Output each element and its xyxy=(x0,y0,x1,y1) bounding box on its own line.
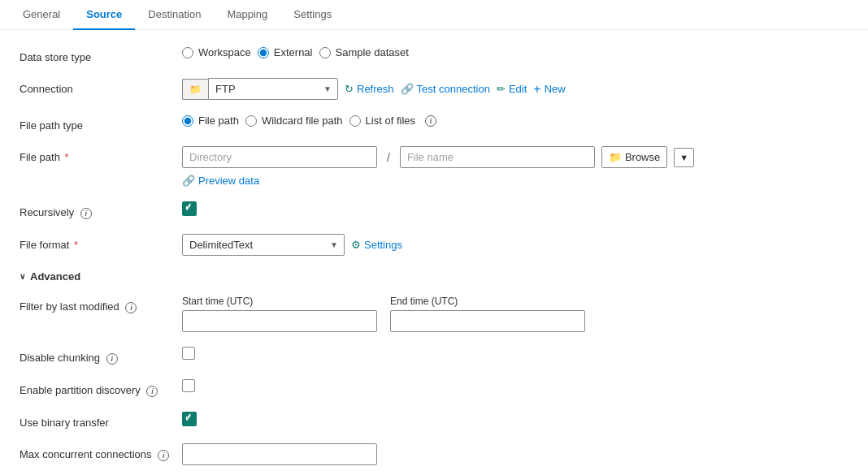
disable-chunking-info-icon[interactable]: i xyxy=(106,353,118,365)
tab-general[interactable]: General xyxy=(10,0,73,30)
max-connections-input[interactable] xyxy=(182,443,377,465)
end-time-label: End time (UTC) xyxy=(390,296,585,307)
max-connections-info-icon[interactable]: i xyxy=(158,450,169,461)
settings-button[interactable]: ⚙ Settings xyxy=(351,239,402,251)
test-connection-label: Test connection xyxy=(417,83,490,95)
radio-filepath[interactable]: File path xyxy=(182,114,239,127)
file-path-type-info-icon[interactable]: i xyxy=(425,115,436,127)
file-format-required: * xyxy=(71,239,78,251)
advanced-chevron-icon: ∨ xyxy=(20,272,25,281)
folder-icon: 📁 xyxy=(189,84,202,95)
file-format-label: File format * xyxy=(20,234,182,251)
tab-mapping[interactable]: Mapping xyxy=(214,0,280,30)
connection-dropdown[interactable]: FTP xyxy=(208,78,338,100)
connection-row: Connection 📁 FTP ▼ ↻ Refresh 🔗 Test conn… xyxy=(20,78,712,100)
advanced-section-header[interactable]: ∨ Advanced xyxy=(20,270,712,283)
start-time-input[interactable] xyxy=(182,310,377,332)
enable-partition-controls xyxy=(182,379,712,392)
file-path-type-label: File path type xyxy=(20,114,182,132)
refresh-button[interactable]: ↻ Refresh xyxy=(345,83,394,95)
radio-list-label: List of files xyxy=(366,114,415,127)
radio-wildcard-input[interactable] xyxy=(245,115,257,127)
recursively-checkbox-wrapper: ✓ xyxy=(182,201,197,216)
enable-partition-label: Enable partition discovery i xyxy=(20,379,182,397)
chevron-down-browse-icon: ▼ xyxy=(679,153,688,162)
filter-last-modified-row: Filter by last modified i Start time (UT… xyxy=(20,296,712,332)
radio-workspace-label: Workspace xyxy=(198,46,251,58)
file-format-controls: DelimitedText ▼ ⚙ Settings xyxy=(182,234,712,256)
disable-chunking-checkbox[interactable] xyxy=(182,347,195,360)
edit-label: Edit xyxy=(509,83,527,95)
radio-workspace[interactable]: Workspace xyxy=(182,46,251,58)
binary-transfer-label: Use binary transfer xyxy=(20,412,182,429)
radio-filepath-label: File path xyxy=(198,114,239,127)
file-path-type-row: File path type File path Wildcard file p… xyxy=(20,114,712,132)
settings-label: Settings xyxy=(364,239,402,251)
radio-external-input[interactable] xyxy=(258,47,269,58)
binary-transfer-row: Use binary transfer ✓ xyxy=(20,412,712,429)
folder-browse-icon: 📁 xyxy=(609,151,622,163)
browse-button[interactable]: 📁 Browse xyxy=(601,146,667,168)
connection-dropdown-wrapper: 📁 FTP ▼ xyxy=(182,78,338,100)
form-content: Data store type Workspace External Sampl… xyxy=(0,30,731,475)
enable-partition-checkbox[interactable] xyxy=(182,379,195,392)
recursively-checkbox[interactable] xyxy=(182,201,197,216)
binary-transfer-controls: ✓ xyxy=(182,412,712,426)
file-path-type-controls: File path Wildcard file path List of fil… xyxy=(182,114,712,127)
radio-filepath-input[interactable] xyxy=(182,115,193,127)
recursively-controls: ✓ xyxy=(182,201,712,216)
max-connections-controls xyxy=(182,443,712,465)
file-path-label: File path * xyxy=(20,146,182,163)
radio-sample-input[interactable] xyxy=(319,47,331,58)
file-path-required: * xyxy=(62,151,69,163)
browse-chevron-button[interactable]: ▼ xyxy=(674,148,694,167)
ftp-prefix: 📁 xyxy=(182,79,208,100)
preview-data-button[interactable]: 🔗 Preview data xyxy=(182,175,259,187)
radio-list[interactable]: List of files xyxy=(349,114,415,127)
data-store-type-controls: Workspace External Sample dataset xyxy=(182,46,712,58)
filename-input[interactable] xyxy=(400,146,595,168)
tab-settings[interactable]: Settings xyxy=(280,0,345,30)
filter-last-modified-label: Filter by last modified i xyxy=(20,296,182,313)
radio-sample-label: Sample dataset xyxy=(336,46,409,58)
end-time-input[interactable] xyxy=(390,310,585,332)
radio-list-input[interactable] xyxy=(349,115,361,127)
filter-info-icon[interactable]: i xyxy=(125,302,137,313)
radio-external[interactable]: External xyxy=(258,46,313,58)
file-format-dropdown[interactable]: DelimitedText xyxy=(182,234,345,256)
preview-icon: 🔗 xyxy=(182,175,195,187)
binary-transfer-checkbox-wrapper: ✓ xyxy=(182,412,197,426)
start-time-field: Start time (UTC) xyxy=(182,296,377,332)
new-connection-button[interactable]: + New xyxy=(533,82,565,97)
preview-label: Preview data xyxy=(198,175,259,187)
browse-label: Browse xyxy=(625,151,660,163)
enable-partition-info-icon[interactable]: i xyxy=(146,386,158,397)
recursively-info-icon[interactable]: i xyxy=(80,208,92,219)
recursively-label: Recursively i xyxy=(20,201,182,219)
radio-wildcard[interactable]: Wildcard file path xyxy=(245,114,343,127)
disable-chunking-label: Disable chunking i xyxy=(20,347,182,365)
refresh-icon: ↻ xyxy=(345,83,354,95)
edit-button[interactable]: ✏ Edit xyxy=(497,83,527,95)
tab-destination[interactable]: Destination xyxy=(135,0,214,30)
tab-source[interactable]: Source xyxy=(73,0,135,30)
tabs-bar: General Source Destination Mapping Setti… xyxy=(0,0,868,30)
path-separator: / xyxy=(387,151,390,164)
file-format-dropdown-wrapper: DelimitedText ▼ xyxy=(182,234,345,256)
file-format-row: File format * DelimitedText ▼ ⚙ Settings xyxy=(20,234,712,256)
settings-icon: ⚙ xyxy=(351,239,361,251)
radio-workspace-input[interactable] xyxy=(182,47,193,58)
radio-sample[interactable]: Sample dataset xyxy=(319,46,409,58)
binary-transfer-checkbox[interactable] xyxy=(182,412,197,426)
directory-input[interactable] xyxy=(182,146,377,168)
max-connections-label: Max concurrent connections i xyxy=(20,443,182,461)
connection-controls: 📁 FTP ▼ ↻ Refresh 🔗 Test connection ✏ Ed… xyxy=(182,78,712,100)
file-path-controls: / 📁 Browse ▼ 🔗 Preview data xyxy=(182,146,712,187)
start-time-label: Start time (UTC) xyxy=(182,296,377,307)
radio-external-label: External xyxy=(274,46,313,58)
disable-chunking-controls xyxy=(182,347,712,360)
edit-icon: ✏ xyxy=(497,83,506,95)
advanced-label: Advanced xyxy=(30,270,80,283)
test-connection-button[interactable]: 🔗 Test connection xyxy=(401,83,490,95)
new-connection-label: New xyxy=(545,83,566,95)
